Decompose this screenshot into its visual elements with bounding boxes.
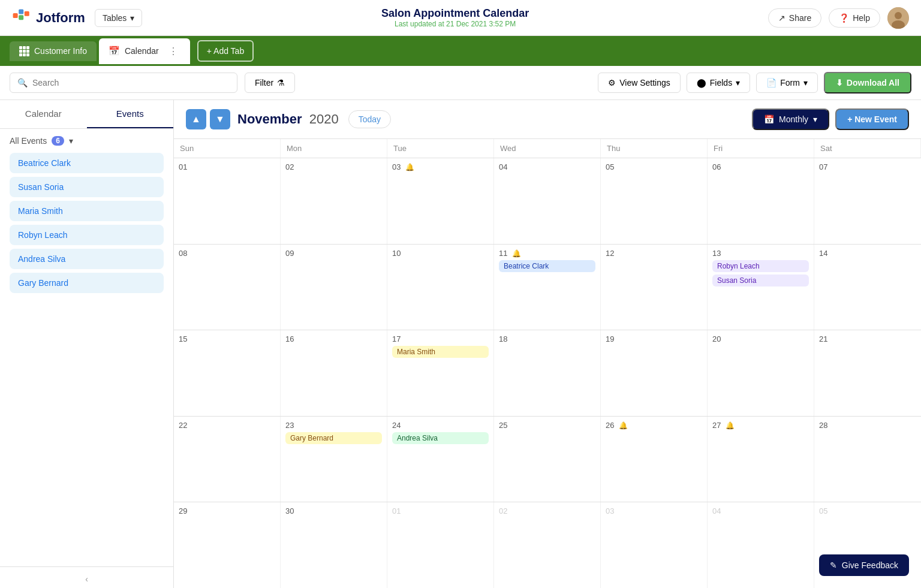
day-cell-29[interactable]: 29 [174,502,281,588]
day-number: 15 [179,334,187,343]
day-cell-12[interactable]: 12 [601,245,708,330]
day-cell-22[interactable]: 22 [174,417,281,502]
logo[interactable]: Jotform [12,8,85,28]
list-item[interactable]: Gary Bernard [10,273,164,293]
day-number: 17 [392,334,401,343]
nav-arrows: ▲ ▼ [186,109,230,129]
event-name: Robyn Leach [18,230,68,240]
prev-month-button[interactable]: ▲ [186,109,206,129]
monthly-view-button[interactable]: 📅 Monthly ▾ [752,108,829,130]
day-cell-09[interactable]: 09 [281,245,387,330]
day-cell-25[interactable]: 25 [494,417,601,502]
day-cell-10[interactable]: 10 [387,245,494,330]
tab-calendar[interactable]: 📅 Calendar ⋮ [99,38,190,64]
tab-customer-info[interactable]: Customer Info [10,41,97,61]
day-number: 10 [392,249,401,258]
day-cell-13[interactable]: 13 Robyn Leach Susan Soria [708,245,814,330]
day-headers: Sun Mon Tue Wed Thu Fri Sat [174,139,921,158]
list-item[interactable]: Susan Soria [10,177,164,197]
gear-icon: ⚙ [608,78,616,88]
day-header-fri: Fri [708,139,814,158]
sidebar-collapse-button[interactable]: ‹ [0,566,173,588]
view-settings-button[interactable]: ⚙ View Settings [598,73,681,93]
form-doc-icon: 📄 [766,78,776,88]
day-cell-02[interactable]: 02 [281,158,387,244]
view-settings-label: View Settings [619,78,670,88]
list-item[interactable]: Maria Smith [10,201,164,221]
day-number: 08 [179,249,187,258]
filter-icon: ⚗ [277,78,285,88]
day-cell-17[interactable]: 17 Maria Smith [387,330,494,416]
event-chip-gary[interactable]: Gary Bernard [285,432,382,444]
day-cell-next-03[interactable]: 03 [601,502,708,588]
day-cell-06[interactable]: 06 [708,158,814,244]
day-cell-next-02[interactable]: 02 [494,502,601,588]
search-input[interactable] [32,78,230,88]
give-feedback-button[interactable]: ✎ Give Feedback [819,554,909,576]
day-cell-next-04[interactable]: 04 [708,502,814,588]
day-cell-20[interactable]: 20 [708,330,814,416]
search-box[interactable]: 🔍 [10,73,237,93]
day-cell-28[interactable]: 28 [814,417,921,502]
day-cell-07[interactable]: 07 [814,158,921,244]
today-button[interactable]: Today [348,110,391,128]
sidebar-tab-calendar[interactable]: Calendar [0,100,87,128]
day-cell-11[interactable]: 11 🔔 Beatrice Clark [494,245,601,330]
share-button[interactable]: ↗ Share [768,8,821,28]
all-events-label: All Events [10,136,47,146]
day-number: 23 [285,421,294,430]
download-all-button[interactable]: ⬇ Download All [824,72,911,94]
day-cell-16[interactable]: 16 [281,330,387,416]
event-chip-andrea[interactable]: Andrea Silva [392,432,489,444]
avatar[interactable] [887,7,909,29]
form-button[interactable]: 📄 Form ▾ [756,73,818,93]
svg-rect-2 [19,15,23,20]
day-cell-24[interactable]: 24 Andrea Silva [387,417,494,502]
day-header-sat: Sat [814,139,921,158]
day-cell-30[interactable]: 30 [281,502,387,588]
bell-icon: 🔔 [512,249,521,258]
day-cell-27[interactable]: 27 🔔 [708,417,814,502]
day-cell-03[interactable]: 03 🔔 [387,158,494,244]
help-button[interactable]: ❓ Help [829,8,880,28]
day-cell-15[interactable]: 15 [174,330,281,416]
day-cell-23[interactable]: 23 Gary Bernard [281,417,387,502]
customer-info-grid-icon [19,46,29,56]
day-cell-05[interactable]: 05 [601,158,708,244]
day-cell-18[interactable]: 18 [494,330,601,416]
list-item[interactable]: Beatrice Clark [10,153,164,173]
day-header-mon: Mon [281,139,387,158]
day-cell-next-01[interactable]: 01 [387,502,494,588]
event-chip-robyn[interactable]: Robyn Leach [712,260,809,272]
day-number: 22 [179,421,187,430]
day-header-wed: Wed [494,139,601,158]
event-chip-susan[interactable]: Susan Soria [712,275,809,287]
next-month-button[interactable]: ▼ [210,109,230,129]
day-cell-04[interactable]: 04 [494,158,601,244]
sidebar-tab-events[interactable]: Events [87,100,174,128]
event-chip-maria[interactable]: Maria Smith [392,346,489,358]
new-event-button[interactable]: + New Event [835,108,909,130]
customer-info-tab-label: Customer Info [34,46,87,56]
bell-icon: 🔔 [726,421,735,430]
list-item[interactable]: Andrea Silva [10,249,164,269]
day-cell-08[interactable]: 08 [174,245,281,330]
day-number: 01 [392,506,401,515]
add-tab-button[interactable]: + Add Tab [197,40,254,62]
list-item[interactable]: Robyn Leach [10,225,164,245]
filter-button[interactable]: Filter ⚗ [245,73,295,93]
day-cell-19[interactable]: 19 [601,330,708,416]
all-events-header[interactable]: All Events 6 ▾ [10,136,164,146]
day-cell-26[interactable]: 26 🔔 [601,417,708,502]
tab-more-icon[interactable]: ⋮ [166,43,180,59]
day-cell-21[interactable]: 21 [814,330,921,416]
day-number: 04 [712,506,721,515]
tables-button[interactable]: Tables ▾ [95,9,142,27]
day-cell-14[interactable]: 14 [814,245,921,330]
nav-title: Salon Appointment Calendar [381,7,529,20]
day-cell-01[interactable]: 01 [174,158,281,244]
week-row: 08 09 10 11 🔔 Beatrice Clark 12 13 Robyn… [174,245,921,331]
event-chip-beatrice[interactable]: Beatrice Clark [499,260,595,272]
fields-button[interactable]: ⬤ Fields ▾ [687,73,750,93]
day-number: 13 [712,249,721,258]
